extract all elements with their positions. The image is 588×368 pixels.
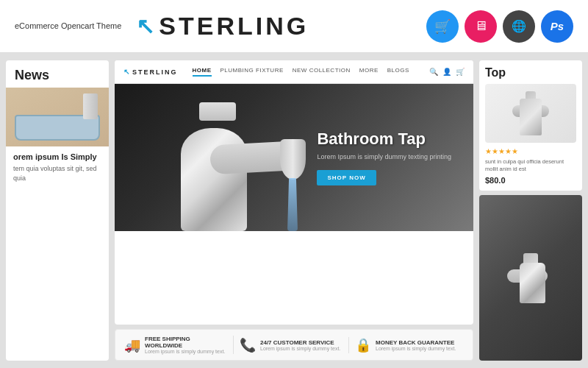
- browser-icons: 🔍 👤 🛒: [429, 68, 465, 76]
- logo-icon: ↖: [136, 13, 154, 39]
- hero-subtitle: Lorem Ipsum is simply dummy texting prin…: [317, 153, 451, 160]
- multilang-icon: 🌐: [512, 19, 526, 33]
- nav-home[interactable]: HOME: [193, 67, 212, 77]
- user-icon[interactable]: 👤: [442, 68, 451, 76]
- product-image: [485, 84, 576, 143]
- feature-refund: 🔒 MONEY BACK GUARANTEE Lorem ipsum is si…: [355, 337, 464, 353]
- browser-navbar: ↖ STERLING HOME PLUMBING FIXTURE NEW COL…: [115, 60, 473, 84]
- cart-badge[interactable]: 🛒: [426, 10, 459, 43]
- hero-content: Bathroom Tap Lorem Ipsum is simply dummy…: [317, 130, 451, 185]
- product-stars: ★★★★★: [485, 147, 576, 155]
- cart-icon: 🛒: [434, 18, 451, 35]
- product-description: sunt in culpa qui officia deserunt molli…: [485, 158, 576, 173]
- shipping-desc: Lorem ipsum is simply dummy text.: [145, 349, 227, 354]
- news-text: orem ipsum Is Simply tem quia voluptas s…: [6, 146, 109, 188]
- logo-text: STERLING: [159, 12, 309, 40]
- cart-nav-icon[interactable]: 🛒: [456, 68, 465, 76]
- news-header: News: [6, 60, 109, 88]
- feature-shipping: 🚚 FREE SHIPPING WORLDWIDE Lorem ipsum is…: [124, 336, 234, 354]
- right-panel-header: Top: [485, 66, 576, 79]
- hero-title: Bathroom Tap: [317, 130, 451, 149]
- faucet-visual: [137, 91, 328, 231]
- features-bar: 🚚 FREE SHIPPING WORLDWIDE Lorem ipsum is…: [115, 329, 473, 361]
- shipping-title: FREE SHIPPING WORLDWIDE: [145, 336, 227, 349]
- top-product-card: Top ★★★★★ sunt in culpa qui officia dese…: [479, 60, 582, 191]
- search-icon[interactable]: 🔍: [429, 68, 438, 76]
- shop-now-button[interactable]: SHOP NOW: [317, 170, 376, 185]
- nav-plumbing[interactable]: PLUMBING FIXTURE: [220, 67, 284, 77]
- refund-desc: Lorem ipsum is simply dummy text.: [376, 346, 456, 351]
- nav-more[interactable]: MORE: [359, 67, 379, 77]
- product-faucet: [505, 91, 556, 135]
- multilang-badge[interactable]: 🌐: [503, 10, 535, 43]
- right-panel: Top ★★★★★ sunt in culpa qui officia dese…: [479, 60, 582, 361]
- support-desc: Lorem ipsum is simply dummy text.: [260, 346, 340, 351]
- bottom-faucet-card: [479, 195, 582, 361]
- photoshop-badge[interactable]: Ps: [541, 10, 573, 43]
- news-desc: tem quia voluptas sit git, sed quia: [13, 164, 101, 183]
- support-title: 24/7 CUSTOMER SERVICE: [260, 339, 340, 346]
- main-logo: ↖ STERLING: [136, 12, 412, 40]
- bottom-faucet-inner: [479, 195, 582, 361]
- browser-logo-text: STERLING: [132, 68, 178, 76]
- badge-icons: 🛒 🖥 🌐 Ps: [426, 10, 573, 43]
- product-price: $80.0: [485, 176, 576, 185]
- support-icon: 📞: [240, 337, 256, 353]
- responsive-badge[interactable]: 🖥: [465, 10, 497, 43]
- news-title: orem ipsum Is Simply: [13, 152, 101, 161]
- ecommerce-text: eCommerce Opencart Theme: [15, 21, 121, 30]
- nav-blogs[interactable]: BLOGS: [387, 67, 409, 77]
- news-image: [6, 88, 109, 146]
- nav-collection[interactable]: NEW COLLECTION: [293, 67, 351, 77]
- shipping-icon: 🚚: [124, 337, 140, 353]
- browser-logo: ↖ STERLING: [123, 68, 178, 76]
- feature-shipping-text: FREE SHIPPING WORLDWIDE Lorem ipsum is s…: [145, 336, 227, 354]
- bottom-faucet-visual: [501, 252, 560, 303]
- hero-section: Bathroom Tap Lorem Ipsum is simply dummy…: [115, 84, 473, 231]
- showcase-browser: ↖ STERLING HOME PLUMBING FIXTURE NEW COL…: [115, 60, 473, 325]
- refund-title: MONEY BACK GUARANTEE: [376, 339, 456, 346]
- feature-support-text: 24/7 CUSTOMER SERVICE Lorem ipsum is sim…: [260, 339, 340, 351]
- refund-icon: 🔒: [355, 337, 371, 353]
- top-header: eCommerce Opencart Theme ↖ STERLING 🛒 🖥 …: [0, 0, 588, 53]
- center-panel: ↖ STERLING HOME PLUMBING FIXTURE NEW COL…: [115, 60, 473, 361]
- ecommerce-label: eCommerce Opencart Theme: [15, 21, 121, 32]
- main-area: News orem ipsum Is Simply tem quia volup…: [0, 53, 588, 368]
- browser-nav-links: HOME PLUMBING FIXTURE NEW COLLECTION MOR…: [193, 67, 415, 77]
- left-panel: News orem ipsum Is Simply tem quia volup…: [6, 60, 109, 361]
- responsive-icon: 🖥: [474, 18, 487, 34]
- feature-support: 📞 24/7 CUSTOMER SERVICE Lorem ipsum is s…: [240, 337, 349, 353]
- ps-text: Ps: [551, 20, 564, 32]
- browser-logo-icon: ↖: [123, 68, 130, 76]
- feature-refund-text: MONEY BACK GUARANTEE Lorem ipsum is simp…: [376, 339, 456, 351]
